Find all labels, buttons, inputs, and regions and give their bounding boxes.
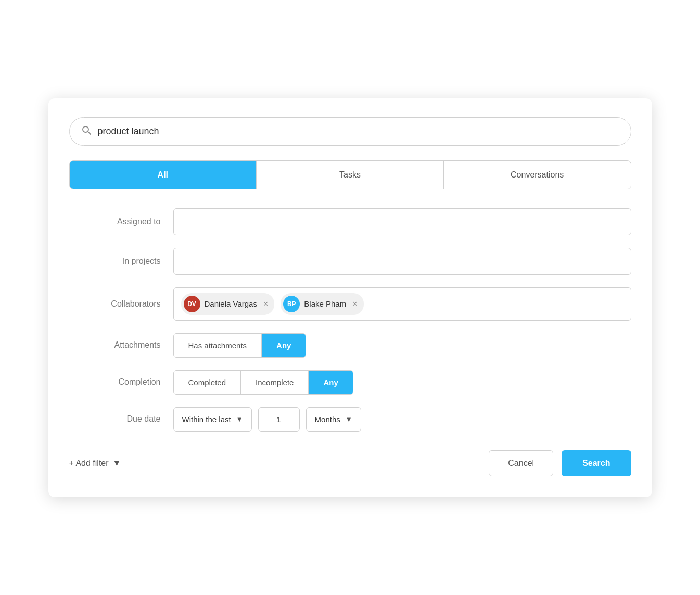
- completion-any[interactable]: Any: [309, 371, 352, 394]
- collaborator-daniela-name: Daniela Vargas: [205, 299, 257, 308]
- svg-line-1: [87, 131, 91, 134]
- footer-buttons: Cancel Search: [489, 450, 631, 476]
- collaborators-field[interactable]: DV Daniela Vargas × BP Blake Pham ×: [173, 287, 631, 321]
- due-date-label: Due date: [69, 414, 173, 424]
- add-filter-chevron-icon: ▼: [113, 459, 121, 468]
- remove-daniela-button[interactable]: ×: [263, 300, 268, 308]
- collaborators-row: Collaborators DV Daniela Vargas × BP Bla…: [69, 287, 631, 321]
- in-projects-input[interactable]: [173, 248, 631, 275]
- due-date-unit-dropdown[interactable]: Months ▼: [306, 407, 361, 432]
- collaborator-blake: BP Blake Pham ×: [281, 293, 363, 315]
- assigned-to-row: Assigned to: [69, 208, 631, 235]
- completion-row: Completion Completed Incomplete Any: [69, 370, 631, 395]
- cancel-button[interactable]: Cancel: [489, 450, 553, 476]
- add-filter-button[interactable]: + Add filter ▼: [69, 459, 121, 468]
- completion-completed[interactable]: Completed: [174, 371, 241, 394]
- due-date-number-input[interactable]: [258, 407, 300, 432]
- avatar-daniela: DV: [184, 296, 200, 312]
- tab-tasks[interactable]: Tasks: [257, 161, 444, 189]
- due-date-period-dropdown[interactable]: Within the last ▼: [173, 407, 252, 432]
- chevron-down-icon-2: ▼: [346, 415, 352, 423]
- assigned-to-label: Assigned to: [69, 217, 173, 226]
- avatar-blake: BP: [283, 296, 300, 312]
- tab-all[interactable]: All: [70, 161, 257, 189]
- attachments-row: Attachments Has attachments Any: [69, 333, 631, 358]
- attachments-control: Has attachments Any: [173, 333, 307, 358]
- in-projects-label: In projects: [69, 257, 173, 266]
- due-date-controls: Within the last ▼ Months ▼: [173, 407, 361, 432]
- attachments-has[interactable]: Has attachments: [174, 334, 262, 357]
- remove-blake-button[interactable]: ×: [352, 300, 357, 308]
- search-input[interactable]: [98, 126, 619, 137]
- search-dialog: All Tasks Conversations Assigned to In p…: [48, 98, 652, 497]
- search-button[interactable]: Search: [562, 450, 631, 476]
- dialog-footer: + Add filter ▼ Cancel Search: [69, 450, 631, 476]
- chevron-down-icon: ▼: [236, 415, 243, 423]
- due-date-row: Due date Within the last ▼ Months ▼: [69, 407, 631, 432]
- attachments-any[interactable]: Any: [262, 334, 306, 357]
- filter-rows: Assigned to In projects Collaborators DV…: [69, 208, 631, 432]
- search-icon: [81, 125, 92, 138]
- completion-incomplete[interactable]: Incomplete: [241, 371, 309, 394]
- completion-label: Completion: [69, 377, 173, 387]
- add-filter-label: + Add filter: [69, 459, 109, 468]
- due-date-unit-value: Months: [315, 415, 340, 424]
- completion-control: Completed Incomplete Any: [173, 370, 353, 395]
- due-date-period-value: Within the last: [182, 415, 231, 424]
- assigned-to-input[interactable]: [173, 208, 631, 235]
- tabs-bar: All Tasks Conversations: [69, 160, 631, 189]
- tab-conversations[interactable]: Conversations: [444, 161, 631, 189]
- collaborator-blake-name: Blake Pham: [304, 299, 346, 308]
- collaborator-daniela: DV Daniela Vargas ×: [181, 293, 275, 315]
- collaborators-label: Collaborators: [69, 299, 173, 309]
- search-bar: [69, 117, 631, 146]
- in-projects-row: In projects: [69, 248, 631, 275]
- attachments-label: Attachments: [69, 340, 173, 350]
